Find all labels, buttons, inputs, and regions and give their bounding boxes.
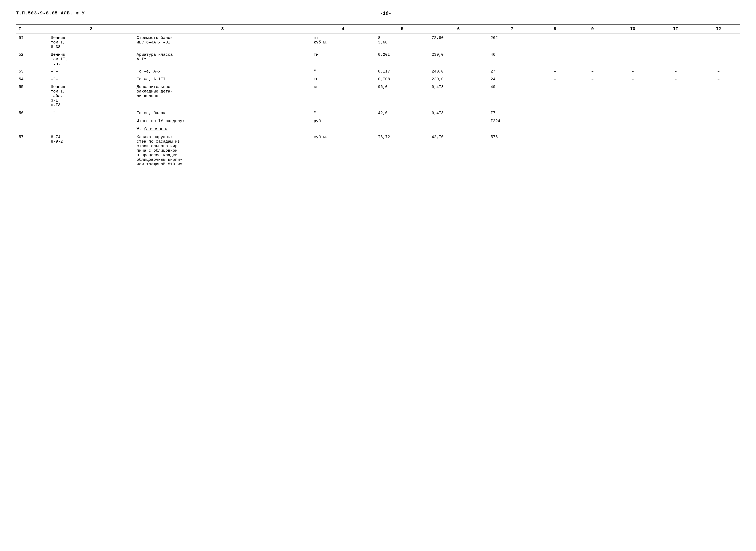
row-51-desc: Стоимость балок ИБСТ6–4АТУТ–0I	[134, 34, 311, 51]
col-header-6: 6	[429, 24, 488, 34]
table-row: 54 –"– То же, А-III тн 0,I08 220,0 24 – …	[16, 75, 740, 83]
row-54-c9: –	[574, 75, 611, 83]
row-55-price: 0,4I3	[429, 83, 488, 109]
table-row: 57 8-748-9-2 Кладка наружных стен по фас…	[16, 133, 740, 168]
table-row: 53 –"– То же, А-У " 0,II7 240,0 27 – – –…	[16, 68, 740, 75]
row-51-total: 262	[488, 34, 536, 51]
row-52-c11: –	[654, 51, 697, 68]
row-57-c10: –	[611, 133, 654, 168]
row-55-c11: –	[654, 83, 697, 109]
row-53-c10: –	[611, 68, 654, 75]
section-empty2	[48, 125, 134, 133]
row-52-desc: Арматура классаА-IУ	[134, 51, 311, 68]
subtotal-label: Итого по IУ разделу:	[134, 117, 311, 125]
row-51-c11: –	[654, 34, 697, 51]
header-left: Т.П.503-9-8.85 АЛБ. № У	[16, 11, 85, 16]
row-57-unit: куб.м.	[311, 133, 375, 168]
row-55-id: 55	[16, 83, 48, 109]
row-55-c12: –	[697, 83, 740, 109]
row-51-price: 72,80	[429, 34, 488, 51]
row-52-c10: –	[611, 51, 654, 68]
col-header-11: II	[654, 24, 697, 34]
table-row: 55 Ценниктом I,табл.3-Iп.I3 Дополнительн…	[16, 83, 740, 109]
subtotal-total: I224	[488, 117, 536, 125]
row-51-id: 5I	[16, 34, 48, 51]
subtotal-c8: –	[536, 117, 574, 125]
row-57-c8: –	[536, 133, 574, 168]
row-56-desc: То же, балок	[134, 109, 311, 117]
row-53-price: 240,0	[429, 68, 488, 75]
row-51-c9: –	[574, 34, 611, 51]
col-header-3: 3	[134, 24, 311, 34]
row-52-qty: 0,20I	[375, 51, 429, 68]
header-center: -18-	[380, 11, 391, 16]
subtotal-row: Итого по IУ разделу: руб. – – I224 – – –…	[16, 117, 740, 125]
table-row: 56 –"– То же, балок " 42,0 0,4I3 I7 – – …	[16, 109, 740, 117]
row-52-source: Ценниктом II,т.ч.	[48, 51, 134, 68]
row-53-source: –"–	[48, 68, 134, 75]
row-54-c8: –	[536, 75, 574, 83]
row-54-source: –"–	[48, 75, 134, 83]
row-52-c8: –	[536, 51, 574, 68]
row-56-c9: –	[574, 109, 611, 117]
col-header-2: 2	[48, 24, 134, 34]
table-row: 5I Ценниктом I,8-38 Стоимость балок ИБСТ…	[16, 34, 740, 51]
row-53-id: 53	[16, 68, 48, 75]
row-57-price: 42,I0	[429, 133, 488, 168]
row-55-desc: Дополнительные закладные дета- ли колонн	[134, 83, 311, 109]
row-51-unit: шткуб.м.	[311, 34, 375, 51]
row-57-c12: –	[697, 133, 740, 168]
subtotal-c5: –	[375, 117, 429, 125]
row-52-unit: тн	[311, 51, 375, 68]
subtotal-empty2	[48, 117, 134, 125]
row-55-c9: –	[574, 83, 611, 109]
subtotal-c6: –	[429, 117, 488, 125]
row-54-c12: –	[697, 75, 740, 83]
row-55-unit: кг	[311, 83, 375, 109]
row-52-id: 52	[16, 51, 48, 68]
col-header-10: IO	[611, 24, 654, 34]
subtotal-c10: –	[611, 117, 654, 125]
col-header-8: 8	[536, 24, 574, 34]
row-55-source: Ценниктом I,табл.3-Iп.I3	[48, 83, 134, 109]
col-header-7: 7	[488, 24, 536, 34]
row-57-qty: I3,72	[375, 133, 429, 168]
row-56-qty: 42,0	[375, 109, 429, 117]
row-53-qty: 0,II7	[375, 68, 429, 75]
section-title: У. С т е н ы	[134, 125, 740, 133]
row-56-c10: –	[611, 109, 654, 117]
row-57-c9: –	[574, 133, 611, 168]
subtotal-c9: –	[574, 117, 611, 125]
subtotal-empty	[16, 117, 48, 125]
page-header: Т.П.503-9-8.85 АЛБ. № У -18-	[16, 11, 740, 16]
row-55-c10: –	[611, 83, 654, 109]
row-57-desc: Кладка наружных стен по фасадам из строи…	[134, 133, 311, 168]
col-header-12: I2	[697, 24, 740, 34]
row-56-c12: –	[697, 109, 740, 117]
row-52-c9: –	[574, 51, 611, 68]
row-53-c11: –	[654, 68, 697, 75]
subtotal-c11: –	[654, 117, 697, 125]
col-header-4: 4	[311, 24, 375, 34]
col-header-5: 5	[375, 24, 429, 34]
row-51-source: Ценниктом I,8-38	[48, 34, 134, 51]
row-52-c12: –	[697, 51, 740, 68]
row-55-c8: –	[536, 83, 574, 109]
row-54-id: 54	[16, 75, 48, 83]
row-53-c8: –	[536, 68, 574, 75]
row-57-id: 57	[16, 133, 48, 168]
row-54-qty: 0,I08	[375, 75, 429, 83]
row-54-c11: –	[654, 75, 697, 83]
row-56-id: 56	[16, 109, 48, 117]
row-51-c12: –	[697, 34, 740, 51]
row-53-desc: То же, А-У	[134, 68, 311, 75]
row-56-c8: –	[536, 109, 574, 117]
row-54-unit: тн	[311, 75, 375, 83]
row-57-source: 8-748-9-2	[48, 133, 134, 168]
row-52-total: 46	[488, 51, 536, 68]
row-52-price: 230,0	[429, 51, 488, 68]
row-56-total: I7	[488, 109, 536, 117]
row-57-c11: –	[654, 133, 697, 168]
row-55-qty: 96,0	[375, 83, 429, 109]
subtotal-c12: –	[697, 117, 740, 125]
